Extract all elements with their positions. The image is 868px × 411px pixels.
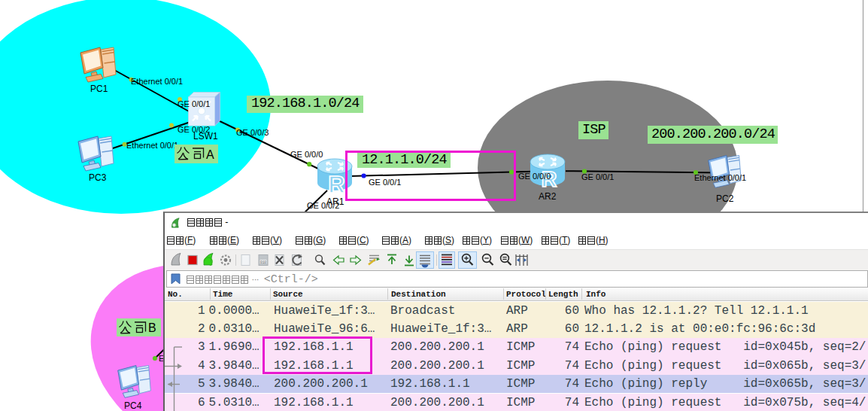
svg-text:R: R <box>328 172 344 193</box>
svg-text:010: 010 <box>260 260 266 264</box>
